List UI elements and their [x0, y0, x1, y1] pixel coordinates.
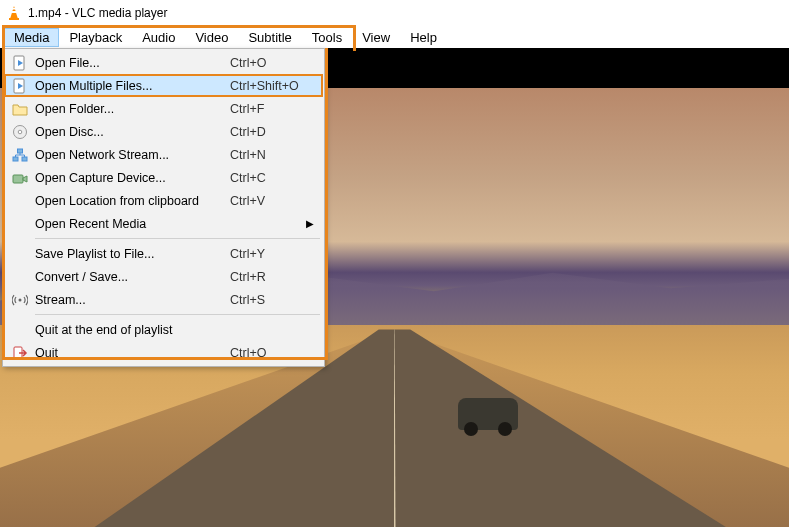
- menuitem-label: Quit at the end of playlist: [33, 323, 230, 337]
- menuitem-quit[interactable]: QuitCtrl+Q: [5, 341, 322, 364]
- menuitem-open-network-stream[interactable]: Open Network Stream...Ctrl+N: [5, 143, 322, 166]
- menu-view[interactable]: View: [352, 28, 400, 47]
- video-car: [458, 398, 518, 430]
- menuitem-shortcut: Ctrl+Shift+O: [230, 79, 320, 93]
- menuitem-open-disc[interactable]: Open Disc...Ctrl+D: [5, 120, 322, 143]
- disc-icon: [7, 124, 33, 140]
- menu-tools[interactable]: Tools: [302, 28, 352, 47]
- stream-icon: [7, 292, 33, 308]
- menuitem-convert-save[interactable]: Convert / Save...Ctrl+R: [5, 265, 322, 288]
- folder-icon: [7, 101, 33, 117]
- menuitem-open-capture-device[interactable]: Open Capture Device...Ctrl+C: [5, 166, 322, 189]
- window-title: 1.mp4 - VLC media player: [28, 6, 167, 20]
- svg-rect-11: [22, 157, 27, 161]
- menuitem-shortcut: Ctrl+C: [230, 171, 320, 185]
- menuitem-quit-at-the-end-of-playlist[interactable]: Quit at the end of playlist: [5, 318, 322, 341]
- svg-rect-1: [11, 11, 17, 13]
- menuitem-open-folder[interactable]: Open Folder...Ctrl+F: [5, 97, 322, 120]
- menu-media[interactable]: Media: [4, 28, 59, 47]
- menuitem-shortcut: Ctrl+N: [230, 148, 320, 162]
- menu-help[interactable]: Help: [400, 28, 447, 47]
- svg-rect-3: [9, 18, 19, 20]
- menuitem-shortcut: Ctrl+Y: [230, 247, 320, 261]
- menu-subtitle[interactable]: Subtitle: [238, 28, 301, 47]
- menu-playback[interactable]: Playback: [59, 28, 132, 47]
- menubar[interactable]: MediaPlaybackAudioVideoSubtitleToolsView…: [0, 26, 789, 48]
- menuitem-label: Open Disc...: [33, 125, 230, 139]
- menuitem-label: Open Folder...: [33, 102, 230, 116]
- quit-icon: [7, 345, 33, 361]
- menuitem-label: Save Playlist to File...: [33, 247, 230, 261]
- menuitem-label: Quit: [33, 346, 230, 360]
- menuitem-shortcut: Ctrl+F: [230, 102, 320, 116]
- vlc-cone-icon: [6, 5, 22, 21]
- menu-video[interactable]: Video: [185, 28, 238, 47]
- menuitem-open-location-from-clipboard[interactable]: Open Location from clipboardCtrl+V: [5, 189, 322, 212]
- svg-point-14: [19, 298, 22, 301]
- svg-point-9: [18, 130, 22, 134]
- menuitem-shortcut: Ctrl+R: [230, 270, 320, 284]
- menuitem-label: Open Capture Device...: [33, 171, 230, 185]
- menu-separator: [35, 238, 320, 239]
- svg-rect-2: [12, 8, 16, 10]
- network-icon: [7, 147, 33, 163]
- menuitem-label: Open Location from clipboard: [33, 194, 230, 208]
- menuitem-open-recent-media[interactable]: Open Recent Media▶: [5, 212, 322, 235]
- menuitem-shortcut: Ctrl+V: [230, 194, 320, 208]
- menuitem-label: Open Network Stream...: [33, 148, 230, 162]
- menuitem-save-playlist-to-file[interactable]: Save Playlist to File...Ctrl+Y: [5, 242, 322, 265]
- file-play-icon: [7, 55, 33, 71]
- menuitem-label: Stream...: [33, 293, 230, 307]
- menu-separator: [35, 314, 320, 315]
- menuitem-label: Convert / Save...: [33, 270, 230, 284]
- media-dropdown[interactable]: Open File...Ctrl+OOpen Multiple Files...…: [2, 48, 325, 367]
- menu-audio[interactable]: Audio: [132, 28, 185, 47]
- menuitem-label: Open Recent Media: [33, 217, 216, 231]
- menuitem-shortcut: Ctrl+D: [230, 125, 320, 139]
- menuitem-open-file[interactable]: Open File...Ctrl+O: [5, 51, 322, 74]
- menuitem-open-multiple-files[interactable]: Open Multiple Files...Ctrl+Shift+O: [5, 74, 322, 97]
- file-play-icon: [7, 78, 33, 94]
- capture-icon: [7, 170, 33, 186]
- menuitem-label: Open File...: [33, 56, 230, 70]
- submenu-arrow-icon: ▶: [306, 218, 320, 229]
- menuitem-shortcut: Ctrl+O: [230, 56, 320, 70]
- svg-rect-13: [13, 175, 23, 183]
- menuitem-stream[interactable]: Stream...Ctrl+S: [5, 288, 322, 311]
- menuitem-label: Open Multiple Files...: [33, 79, 230, 93]
- svg-rect-12: [18, 149, 23, 153]
- titlebar: 1.mp4 - VLC media player: [0, 0, 789, 26]
- menuitem-shortcut: Ctrl+S: [230, 293, 320, 307]
- menuitem-shortcut: Ctrl+Q: [230, 346, 320, 360]
- svg-rect-10: [13, 157, 18, 161]
